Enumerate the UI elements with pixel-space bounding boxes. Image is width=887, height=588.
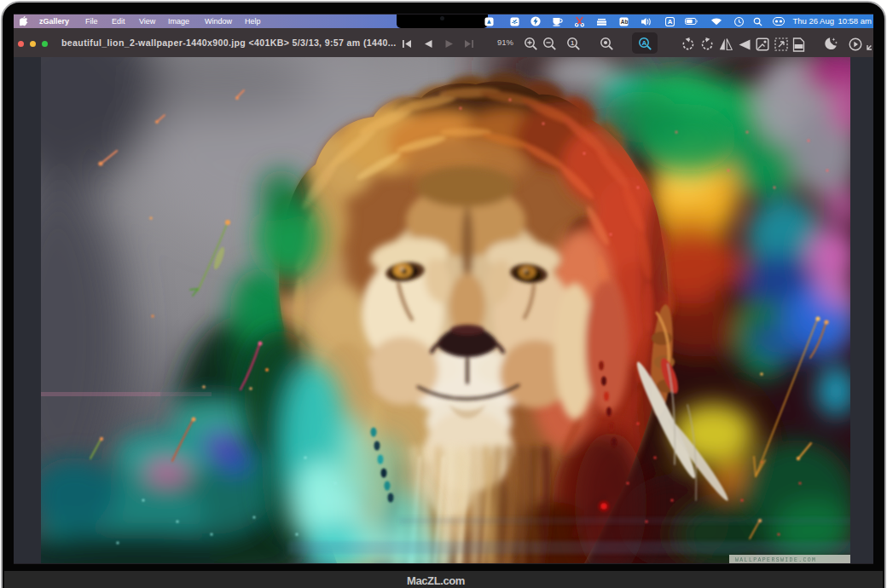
svg-text:A: A: [668, 18, 673, 26]
svg-text:WALLPAPERSWIDE.COM: WALLPAPERSWIDE.COM: [735, 557, 816, 563]
svg-text:1: 1: [571, 39, 574, 47]
svg-text:Ab: Ab: [621, 18, 629, 24]
svg-text:A: A: [641, 39, 646, 47]
